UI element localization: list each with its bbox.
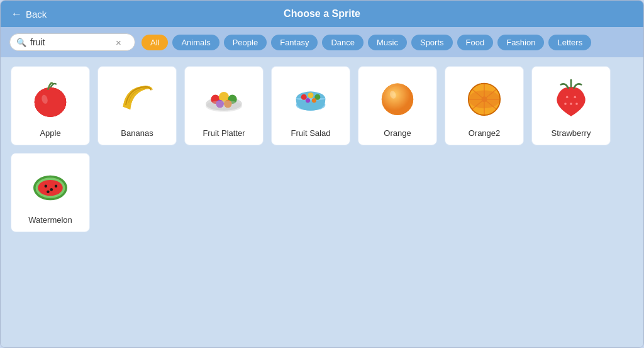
sprite-icon-orange [375,76,420,123]
svg-point-18 [382,83,413,115]
sprite-card-orange[interactable]: Orange [358,66,437,145]
sprite-card-apple[interactable]: Apple [11,66,90,145]
sprite-card-orange2[interactable]: Orange2 [445,66,524,145]
svg-point-16 [312,98,316,103]
sprite-label-fruit-salad: Fruit Salad [291,128,331,138]
sprite-icon-orange2 [462,76,507,123]
chip-people[interactable]: People [224,35,267,50]
svg-point-40 [47,190,50,193]
svg-point-30 [574,96,577,98]
sprites-grid: Apple Bananas Fruit Platter Fruit Salad [11,66,633,232]
svg-point-29 [566,96,569,98]
chip-dance[interactable]: Dance [322,35,364,50]
sprite-label-apple: Apple [40,128,60,138]
search-icon: 🔍 [16,38,26,47]
sprite-icon-bananas [114,76,160,123]
svg-point-33 [575,103,578,105]
header: ← Back Choose a Sprite [1,1,643,27]
chip-letters[interactable]: Letters [548,35,591,50]
back-button[interactable]: ← Back [11,8,47,21]
sprite-label-orange2: Orange2 [469,128,501,138]
back-arrow-icon: ← [11,8,22,21]
search-input[interactable] [30,37,112,47]
sprite-card-fruit-salad[interactable]: Fruit Salad [271,66,350,145]
svg-point-36 [38,179,63,195]
sprites-area: Apple Bananas Fruit Platter Fruit Salad [1,57,643,347]
svg-point-38 [50,188,53,191]
sprite-card-watermelon[interactable]: Watermelon [11,153,90,232]
chip-fashion[interactable]: Fashion [497,35,544,50]
chip-fantasy[interactable]: Fantasy [271,35,318,50]
svg-point-10 [206,100,242,111]
search-box: 🔍 × [9,33,135,51]
sprite-label-orange: Orange [384,128,411,138]
filter-chips: AllAnimalsPeopleFantasyDanceMusicSportsF… [142,35,591,50]
sprite-icon-strawberry [548,76,594,123]
svg-point-15 [306,98,310,103]
svg-point-32 [564,103,567,105]
toolbar: 🔍 × AllAnimalsPeopleFantasyDanceMusicSpo… [1,27,643,57]
svg-point-39 [55,184,58,188]
sprite-label-bananas: Bananas [121,128,153,138]
sprite-card-fruit-platter[interactable]: Fruit Platter [184,66,264,145]
chip-food[interactable]: Food [457,35,494,50]
svg-point-13 [308,93,314,98]
svg-point-28 [482,96,487,102]
sprite-icon-watermelon [28,162,73,210]
chip-music[interactable]: Music [368,35,407,50]
svg-point-12 [301,94,307,99]
sprite-card-bananas[interactable]: Bananas [97,66,177,145]
sprite-card-strawberry[interactable]: Strawberry [531,66,611,145]
page-title: Choose a Sprite [284,8,360,20]
sprite-label-fruit-platter: Fruit Platter [203,128,245,138]
sprite-icon-apple [28,76,73,123]
sprite-icon-fruit-salad [288,76,333,123]
svg-point-31 [570,103,572,105]
sprite-label-strawberry: Strawberry [552,128,591,138]
chip-all[interactable]: All [142,35,168,50]
clear-search-button[interactable]: × [116,38,121,47]
svg-point-37 [45,184,48,188]
sprite-label-watermelon: Watermelon [28,215,72,225]
chip-animals[interactable]: Animals [172,35,219,50]
sprite-icon-fruit-platter [201,76,247,123]
chip-sports[interactable]: Sports [411,35,453,50]
back-label: Back [26,9,47,20]
